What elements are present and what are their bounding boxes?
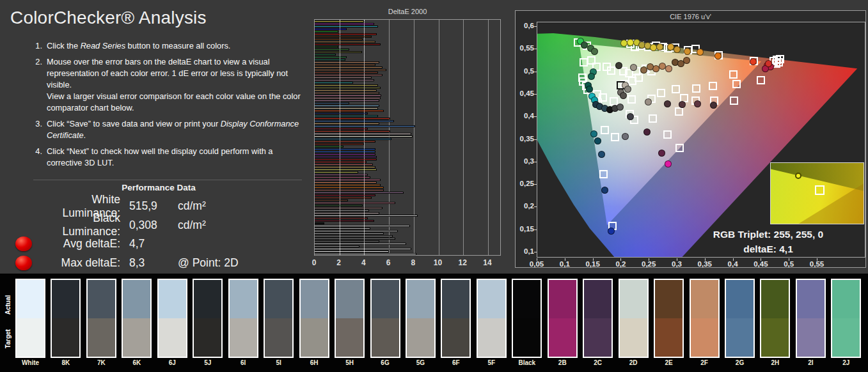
error-bar[interactable]	[315, 84, 378, 86]
error-bar[interactable]	[315, 72, 378, 74]
error-bar[interactable]	[315, 176, 370, 178]
error-bar[interactable]	[315, 166, 375, 168]
error-bar[interactable]	[315, 189, 384, 191]
swatch-actual	[230, 280, 257, 318]
error-bar[interactable]	[315, 159, 377, 160]
deltae-plot-area	[314, 19, 501, 256]
target-marker	[628, 77, 636, 85]
error-bar[interactable]	[315, 43, 381, 45]
error-bar[interactable]	[315, 243, 406, 245]
error-bar[interactable]	[315, 202, 395, 204]
error-bar[interactable]	[315, 169, 377, 171]
error-bar[interactable]	[315, 31, 338, 33]
error-bar[interactable]	[315, 217, 368, 219]
error-bar[interactable]	[315, 23, 374, 25]
error-bar[interactable]	[315, 82, 353, 84]
error-bar[interactable]	[315, 184, 381, 186]
error-bar[interactable]	[315, 248, 411, 250]
error-bar[interactable]	[315, 92, 379, 94]
error-bar[interactable]	[315, 253, 416, 255]
error-bar[interactable]	[315, 123, 379, 125]
error-bar[interactable]	[315, 174, 368, 176]
error-bar[interactable]	[315, 212, 379, 214]
y-axis-tick-label: 0,45	[517, 89, 534, 97]
error-bar[interactable]	[315, 61, 379, 63]
error-bar[interactable]	[315, 240, 379, 242]
error-bar[interactable]	[315, 74, 383, 76]
error-bar[interactable]	[315, 59, 345, 61]
error-bar[interactable]	[315, 153, 375, 155]
error-bar[interactable]	[315, 46, 338, 48]
error-bar[interactable]	[315, 245, 359, 247]
error-bar[interactable]	[315, 230, 398, 232]
error-bar[interactable]	[315, 36, 372, 38]
error-bar[interactable]	[315, 238, 395, 240]
error-bar[interactable]	[315, 138, 391, 140]
error-bar[interactable]	[315, 220, 374, 222]
x-axis-tick	[677, 258, 677, 261]
error-bar[interactable]	[315, 69, 386, 71]
error-bar[interactable]	[315, 51, 362, 53]
error-bar[interactable]	[315, 107, 378, 109]
error-bar[interactable]	[315, 66, 383, 68]
swatch-target	[17, 318, 44, 357]
error-bar[interactable]	[315, 156, 377, 158]
error-bar[interactable]	[315, 102, 349, 104]
error-bar[interactable]	[315, 64, 375, 66]
error-bar[interactable]	[315, 130, 390, 132]
error-bar[interactable]	[315, 199, 348, 201]
error-bar[interactable]	[315, 120, 394, 122]
error-bar[interactable]	[315, 133, 411, 135]
error-bar[interactable]	[315, 112, 368, 114]
inset-target-marker	[815, 185, 825, 195]
error-bar[interactable]	[315, 49, 349, 50]
error-bar[interactable]	[315, 228, 370, 229]
error-bar[interactable]	[315, 26, 378, 27]
error-bar[interactable]	[315, 77, 372, 79]
error-bar[interactable]	[315, 182, 377, 183]
error-bar[interactable]	[315, 100, 379, 102]
error-bar[interactable]	[315, 222, 324, 224]
error-bar[interactable]	[315, 151, 375, 153]
error-bar[interactable]	[315, 79, 374, 81]
x-axis-tick-label: 8	[405, 258, 422, 267]
error-bar[interactable]	[315, 148, 375, 150]
swatch-target	[407, 318, 434, 357]
gridline	[414, 20, 414, 255]
error-bar[interactable]	[315, 233, 384, 235]
error-bar[interactable]	[315, 54, 336, 56]
error-bar[interactable]	[315, 210, 369, 212]
error-bar[interactable]	[315, 33, 377, 35]
instruction-text: Click “Next” to check how well the displ…	[47, 146, 304, 169]
error-bar[interactable]	[315, 235, 393, 237]
error-bar[interactable]	[315, 128, 368, 130]
error-bar[interactable]	[315, 105, 379, 107]
error-bar[interactable]	[315, 118, 390, 120]
error-bar[interactable]	[315, 41, 375, 43]
error-bar[interactable]	[315, 87, 381, 89]
swatch-target	[513, 318, 541, 357]
error-bar[interactable]	[315, 197, 372, 199]
error-bar[interactable]	[315, 141, 375, 143]
error-bar[interactable]	[315, 207, 383, 209]
inset-measured-marker	[795, 173, 801, 179]
error-bar[interactable]	[315, 251, 389, 252]
x-axis-tick	[620, 258, 621, 261]
swatch-actual	[691, 280, 718, 318]
y-axis-tick	[534, 49, 537, 49]
error-bar[interactable]	[315, 171, 358, 173]
error-bar[interactable]	[315, 115, 378, 117]
error-bar[interactable]	[315, 192, 404, 194]
error-bar[interactable]	[315, 110, 384, 112]
error-bar[interactable]	[315, 215, 418, 217]
error-bar[interactable]	[315, 225, 410, 227]
error-bar[interactable]	[315, 161, 367, 163]
error-bar[interactable]	[315, 95, 381, 97]
error-bar[interactable]	[315, 179, 381, 181]
error-bar[interactable]	[315, 97, 381, 99]
error-bar[interactable]	[315, 89, 377, 91]
error-bar[interactable]	[315, 187, 384, 189]
error-bar[interactable]	[315, 28, 347, 30]
error-bar[interactable]	[315, 56, 347, 58]
error-bar[interactable]	[315, 194, 375, 196]
